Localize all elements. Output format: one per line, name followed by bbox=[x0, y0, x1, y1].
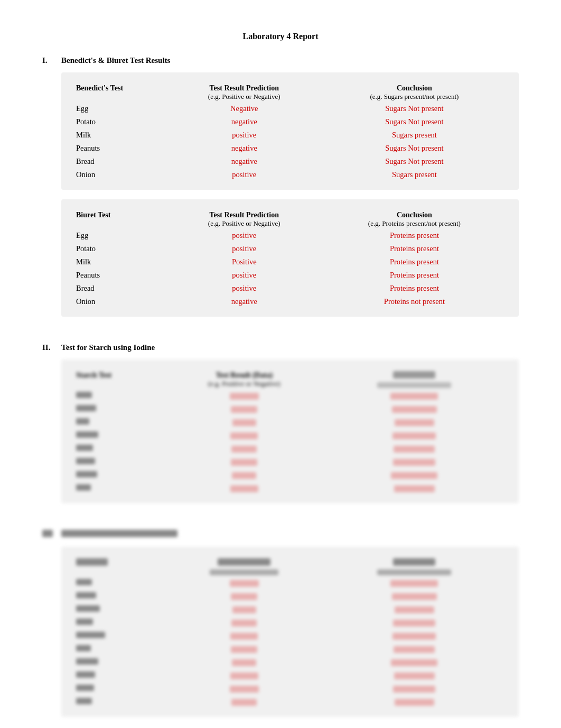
starch-col2-sublabel: (e.g. Positive or Negative) bbox=[172, 380, 316, 388]
benedicts-food-3: Peanuts bbox=[72, 142, 168, 155]
benedicts-result-5: positive bbox=[168, 168, 321, 181]
benedicts-col2-header: Test Result Prediction (e.g. Positive or… bbox=[168, 81, 321, 102]
biuret-food-3: Peanuts bbox=[72, 269, 168, 282]
benedicts-col3-sublabel: (e.g. Sugars present/not present) bbox=[325, 93, 504, 101]
table-row bbox=[72, 442, 508, 455]
section1-label: I. bbox=[42, 56, 61, 65]
table-row bbox=[72, 389, 508, 402]
benedicts-col1-header: Benedict's Test bbox=[72, 81, 168, 102]
biuret-conclusion-5: Proteins not present bbox=[321, 295, 508, 308]
biuret-food-4: Bread bbox=[72, 282, 168, 295]
biuret-table-wrapper: Biuret Test Test Result Prediction (e.g.… bbox=[61, 199, 519, 317]
table-row: Onion positive Sugars present bbox=[72, 168, 508, 181]
section3-table-wrapper bbox=[61, 547, 519, 717]
biuret-result-3: positive bbox=[168, 269, 321, 282]
benedicts-food-4: Bread bbox=[72, 155, 168, 168]
table-row bbox=[72, 455, 508, 468]
table-row bbox=[72, 669, 508, 682]
section3-block bbox=[42, 530, 519, 726]
table-row: Onion negative Proteins not present bbox=[72, 295, 508, 308]
benedicts-table-wrapper: Benedict's Test Test Result Prediction (… bbox=[61, 72, 519, 190]
benedicts-result-0: Negative bbox=[168, 102, 321, 115]
table-row bbox=[72, 656, 508, 669]
benedicts-conclusion-0: Sugars Not present bbox=[321, 102, 508, 115]
biuret-food-2: Milk bbox=[72, 255, 168, 269]
table-row: Peanuts negative Sugars Not present bbox=[72, 142, 508, 155]
benedicts-header-row: Benedict's Test Test Result Prediction (… bbox=[72, 81, 508, 102]
benedicts-conclusion-4: Sugars Not present bbox=[321, 155, 508, 168]
biuret-col1-header: Biuret Test bbox=[72, 208, 168, 229]
benedicts-food-5: Onion bbox=[72, 168, 168, 181]
biuret-result-0: positive bbox=[168, 229, 321, 242]
table-row: Bread positive Proteins present bbox=[72, 282, 508, 295]
benedicts-conclusion-5: Sugars present bbox=[321, 168, 508, 181]
page-title: Laboratory 4 Report bbox=[42, 32, 519, 41]
benedicts-col2-sublabel: (e.g. Positive or Negative) bbox=[172, 93, 316, 101]
table-row bbox=[72, 695, 508, 708]
biuret-conclusion-0: Proteins present bbox=[321, 229, 508, 242]
starch-col2-header: Test Result (Data) (e.g. Positive or Neg… bbox=[168, 368, 321, 389]
biuret-food-1: Potato bbox=[72, 242, 168, 255]
starch-col1-header: Starch Test bbox=[72, 368, 168, 389]
table-row: Egg Negative Sugars Not present bbox=[72, 102, 508, 115]
biuret-conclusion-3: Proteins present bbox=[321, 269, 508, 282]
table-row: Milk positive Sugars present bbox=[72, 128, 508, 142]
table-row bbox=[72, 416, 508, 429]
table-row bbox=[72, 576, 508, 589]
benedicts-food-2: Milk bbox=[72, 128, 168, 142]
benedicts-result-2: positive bbox=[168, 128, 321, 142]
table-row bbox=[72, 603, 508, 616]
biuret-food-0: Egg bbox=[72, 229, 168, 242]
benedicts-conclusion-2: Sugars present bbox=[321, 128, 508, 142]
section3-header-row bbox=[72, 555, 508, 576]
benedicts-col3-header: Conclusion (e.g. Sugars present/not pres… bbox=[321, 81, 508, 102]
biuret-header-row: Biuret Test Test Result Prediction (e.g.… bbox=[72, 208, 508, 229]
starch-col3-sublabel-blur bbox=[377, 382, 451, 388]
benedicts-result-4: negative bbox=[168, 155, 321, 168]
table-row: Bread negative Sugars Not present bbox=[72, 155, 508, 168]
section2-heading: Test for Starch using Iodine bbox=[61, 343, 519, 352]
table-row bbox=[72, 616, 508, 629]
benedicts-table: Benedict's Test Test Result Prediction (… bbox=[72, 81, 508, 181]
biuret-conclusion-2: Proteins present bbox=[321, 255, 508, 269]
table-row bbox=[72, 629, 508, 642]
benedicts-conclusion-1: Sugars Not present bbox=[321, 115, 508, 128]
table-row bbox=[72, 468, 508, 482]
table-row: Potato positive Proteins present bbox=[72, 242, 508, 255]
biuret-col3-header: Conclusion (e.g. Proteins present/not pr… bbox=[321, 208, 508, 229]
biuret-result-4: positive bbox=[168, 282, 321, 295]
biuret-result-1: positive bbox=[168, 242, 321, 255]
starch-conclusion-header-blur bbox=[393, 371, 435, 379]
biuret-conclusion-4: Proteins present bbox=[321, 282, 508, 295]
table-row bbox=[72, 482, 508, 495]
biuret-result-2: Positive bbox=[168, 255, 321, 269]
biuret-col2-header: Test Result Prediction (e.g. Positive or… bbox=[168, 208, 321, 229]
table-row: Milk Positive Proteins present bbox=[72, 255, 508, 269]
benedicts-result-3: negative bbox=[168, 142, 321, 155]
biuret-col3-sublabel: (e.g. Proteins present/not present) bbox=[325, 219, 504, 228]
starch-table-wrapper: Starch Test Test Result (Data) (e.g. Pos… bbox=[61, 360, 519, 503]
biuret-result-5: negative bbox=[168, 295, 321, 308]
benedicts-food-1: Potato bbox=[72, 115, 168, 128]
table-row bbox=[72, 642, 508, 656]
section2-label: II. bbox=[42, 343, 61, 352]
table-row: Potato negative Sugars Not present bbox=[72, 115, 508, 128]
biuret-col2-sublabel: (e.g. Positive or Negative) bbox=[172, 219, 316, 228]
starch-header-row: Starch Test Test Result (Data) (e.g. Pos… bbox=[72, 368, 508, 389]
section1-heading: Benedict's & Biuret Test Results bbox=[61, 56, 519, 65]
starch-table: Starch Test Test Result (Data) (e.g. Pos… bbox=[72, 368, 508, 495]
table-row bbox=[72, 589, 508, 603]
benedicts-result-1: negative bbox=[168, 115, 321, 128]
biuret-table: Biuret Test Test Result Prediction (e.g.… bbox=[72, 208, 508, 308]
section3-table bbox=[72, 555, 508, 708]
biuret-food-5: Onion bbox=[72, 295, 168, 308]
biuret-conclusion-1: Proteins present bbox=[321, 242, 508, 255]
table-row bbox=[72, 682, 508, 695]
table-row: Peanuts positive Proteins present bbox=[72, 269, 508, 282]
starch-col3-header bbox=[321, 368, 508, 389]
benedicts-conclusion-3: Sugars Not present bbox=[321, 142, 508, 155]
table-row bbox=[72, 429, 508, 442]
benedicts-food-0: Egg bbox=[72, 102, 168, 115]
table-row: Egg positive Proteins present bbox=[72, 229, 508, 242]
table-row bbox=[72, 402, 508, 416]
